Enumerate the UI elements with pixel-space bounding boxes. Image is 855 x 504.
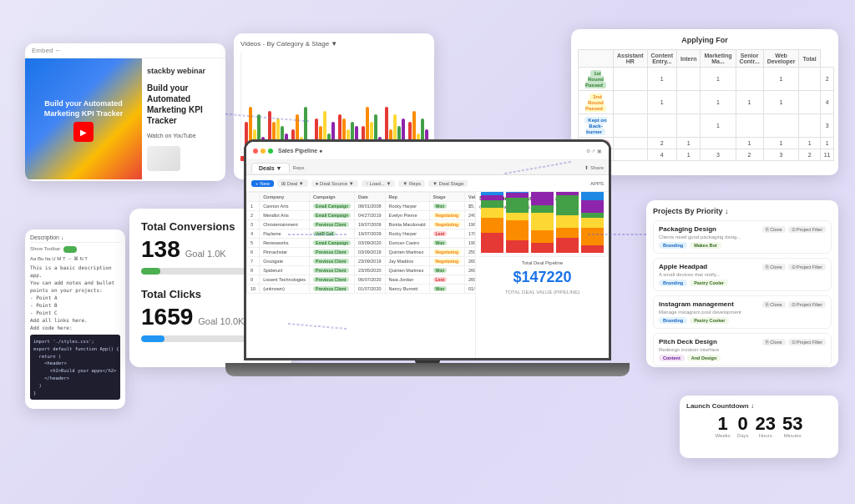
app-tab-bar: Deals ▼ Reps ⬆ Share bbox=[246, 160, 609, 175]
deal-checkbox[interactable]: 3 bbox=[247, 220, 260, 229]
deal-row[interactable]: 3ChristentainmentPrevious Client19/07/20… bbox=[247, 220, 476, 229]
pipeline-value: $147220 bbox=[479, 269, 605, 286]
table-cell: 2 bbox=[799, 149, 820, 161]
clone-btn[interactable]: ⎘ Clone bbox=[762, 301, 786, 308]
project-tag: Branding bbox=[659, 317, 687, 324]
deal-row[interactable]: 4PaylameVoIP Call19/07/2009Rocky HarperL… bbox=[247, 229, 476, 239]
description-header: Description ↓ bbox=[30, 234, 120, 243]
chart-area bbox=[240, 53, 428, 153]
deal-company: Mendlot Arts bbox=[260, 211, 310, 220]
table-header: Assistant HR bbox=[614, 50, 648, 68]
app-tab-label[interactable]: Sales Pipeline ● bbox=[278, 148, 322, 154]
campaign-badge: Email Campaign bbox=[313, 213, 351, 218]
deal-row[interactable]: 9Lissent TechnologiesPrevious Client06/0… bbox=[247, 275, 476, 285]
clicks-value: 1659 bbox=[141, 304, 193, 330]
project-tags: ContentAnd Design bbox=[659, 355, 826, 361]
clone-btn[interactable]: ⎘ Clone bbox=[762, 264, 786, 270]
project-tag: Branding bbox=[659, 242, 687, 249]
mini-bar-segment bbox=[481, 208, 503, 218]
stage-badge: Negotiating bbox=[433, 222, 462, 227]
toolbar-toggle[interactable] bbox=[63, 246, 77, 253]
project-item: Packaging Design ⎘ Clone ⊙ Project Filte… bbox=[653, 220, 832, 254]
mini-bar-segment bbox=[531, 205, 554, 213]
deal-stage: Negotiating bbox=[429, 220, 465, 229]
deal-checkbox[interactable]: 8 bbox=[247, 266, 260, 275]
stage-filter[interactable]: ▼ Deal Stage bbox=[428, 180, 468, 187]
deal-value: 26000 bbox=[465, 275, 475, 285]
video-play-button[interactable] bbox=[73, 122, 94, 142]
deal-row[interactable]: 1Cannon ArtsEmail Campaign08/01/2008Rock… bbox=[247, 202, 476, 211]
deal-row[interactable]: 8SpiderunlPrevious Client23/05/2020Quint… bbox=[247, 266, 476, 275]
mini-bar-stack bbox=[481, 192, 503, 253]
deal-date: 04/27/2019 bbox=[355, 211, 386, 220]
table-cell: 3 bbox=[763, 149, 799, 161]
deal-checkbox[interactable]: 9 bbox=[247, 275, 260, 285]
mini-bar-segment bbox=[506, 220, 529, 240]
clone-btn[interactable]: ⎘ Clone bbox=[762, 226, 786, 233]
project-actions: ⎘ Clone ⊙ Project Filter bbox=[762, 226, 826, 233]
clicks-goal: Goal 10.0K bbox=[198, 316, 244, 326]
maximize-dot[interactable] bbox=[268, 149, 273, 154]
table-cell: 1 bbox=[736, 91, 763, 114]
deal-date: 01/07/2020 bbox=[355, 285, 386, 294]
reps-tab[interactable]: Reps bbox=[293, 165, 305, 170]
table-cell: 1 bbox=[763, 91, 799, 114]
deal-row[interactable]: 10(unknown)Previous Client01/07/2020Nanc… bbox=[247, 285, 476, 294]
table-cell: 2 bbox=[736, 149, 763, 161]
clone-btn[interactable]: ⎘ Clone bbox=[762, 339, 786, 345]
table-cell: 1 bbox=[701, 68, 736, 91]
filter-btn[interactable]: ⊙ Project Filter bbox=[788, 226, 826, 233]
deal-row[interactable]: 2Mendlot ArtsEmail Campaign04/27/2019Eve… bbox=[247, 211, 476, 220]
deal-checkbox[interactable]: 7 bbox=[247, 257, 260, 266]
source-filter[interactable]: ● Deal Source ▼ bbox=[311, 180, 358, 187]
table-cell: 3 bbox=[820, 114, 834, 138]
project-tag: Content bbox=[659, 355, 685, 361]
deals-table-container: CompanyCampaignDateRepStageValue1Cannon … bbox=[246, 192, 475, 358]
filter-btn[interactable]: ⊙ Project Filter bbox=[788, 339, 826, 345]
watch-link[interactable]: Watch on YouTube bbox=[147, 133, 220, 139]
deal-checkbox[interactable]: 2 bbox=[247, 211, 260, 220]
deal-campaign: Previous Client bbox=[310, 257, 355, 266]
deal-value: 19000 bbox=[465, 239, 475, 248]
video-illustration bbox=[147, 146, 180, 171]
deal-campaign: VoIP Call bbox=[310, 229, 355, 239]
filter-btn[interactable]: ⊙ Project Filter bbox=[788, 264, 826, 270]
deal-company: Christentainment bbox=[260, 220, 310, 229]
table-cell: 1 bbox=[701, 91, 736, 114]
deal-stage: Won bbox=[429, 266, 465, 275]
mini-bar-segment bbox=[581, 218, 604, 228]
mini-bar-segment bbox=[531, 243, 554, 253]
table-row: Kept on Back-burner13 bbox=[579, 114, 834, 138]
deal-company: (unknown) bbox=[260, 285, 310, 294]
deal-checkbox[interactable]: 5 bbox=[247, 239, 260, 248]
deal-campaign: Previous Client bbox=[310, 266, 355, 275]
deal-checkbox[interactable]: 6 bbox=[247, 248, 260, 257]
reps-filter[interactable]: ▼ Reps bbox=[398, 180, 425, 187]
deal-row[interactable]: 6PinnachstarPrevious Client03/09/2019Qui… bbox=[247, 248, 476, 257]
filter-btn[interactable]: ⊞ Deal ▼ bbox=[277, 179, 308, 187]
share-btn[interactable]: ⬆ Share bbox=[584, 164, 604, 170]
minimize-dot[interactable] bbox=[261, 149, 266, 154]
deal-checkbox[interactable]: 1 bbox=[247, 202, 260, 211]
projects-list: Packaging Design ⎘ Clone ⊙ Project Filte… bbox=[653, 220, 832, 366]
table-header: Marketing Ma... bbox=[701, 50, 736, 68]
deal-checkbox[interactable]: 4 bbox=[247, 229, 260, 239]
campaign-badge: Previous Client bbox=[313, 286, 348, 291]
table-cell bbox=[799, 114, 820, 138]
project-person: Pastry Cooler bbox=[690, 280, 728, 286]
deal-campaign: Email Campaign bbox=[310, 202, 355, 211]
deal-checkbox[interactable]: 10 bbox=[247, 285, 260, 294]
countdown-label: Weeks bbox=[716, 433, 731, 438]
deals-tab[interactable]: Deals ▼ bbox=[251, 163, 290, 173]
video-thumbnail[interactable]: Build your Automated Marketing KPI Track… bbox=[25, 58, 142, 179]
filter-btn[interactable]: ⊙ Project Filter bbox=[788, 301, 826, 308]
deal-row[interactable]: 7GrozigatePrevious Client23/09/2019Jay M… bbox=[247, 257, 476, 266]
table-cell: 4 bbox=[820, 91, 834, 114]
deals-col-header: Company bbox=[260, 193, 310, 202]
close-dot[interactable] bbox=[253, 149, 258, 154]
applicants-table-card: Applying For Assistant HRContent Entry..… bbox=[571, 29, 838, 175]
deal-row[interactable]: 5RenesworksEmail Campaign03/09/2020Dunca… bbox=[247, 239, 476, 248]
apps-btn[interactable]: APPS bbox=[590, 181, 604, 186]
load-filter[interactable]: ↑ Load... ▼ bbox=[362, 180, 396, 187]
new-deal-btn[interactable]: + New bbox=[251, 180, 274, 187]
